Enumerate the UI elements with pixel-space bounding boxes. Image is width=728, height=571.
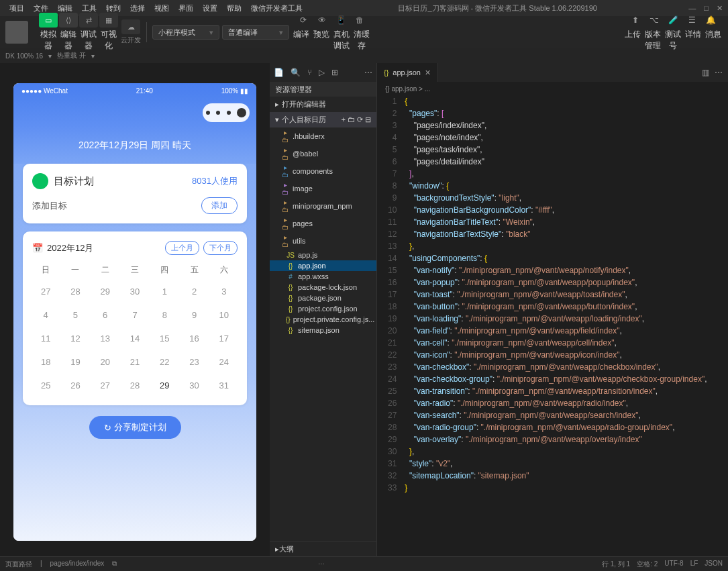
cloud-dev-button[interactable]: ☁ [121, 19, 140, 34]
maximize-icon[interactable]: □ [704, 4, 709, 13]
cursor-position[interactable]: 行 1, 列 1 [602, 560, 630, 569]
hotreload-label[interactable]: 热重载 开 [57, 51, 86, 60]
compile-button[interactable]: ⟳ [295, 13, 312, 28]
tree-item[interactable]: ▸ 🗀image [270, 180, 376, 197]
calendar-day[interactable]: 4 [32, 305, 59, 325]
calendar-day[interactable]: 28 [62, 281, 89, 302]
share-button[interactable]: ↻分享制定计划 [89, 416, 181, 439]
calendar-day[interactable]: 7 [121, 305, 148, 325]
copy-icon[interactable]: ⧉ [112, 560, 117, 569]
tree-item[interactable]: {}project.private.config.js... [270, 314, 376, 325]
calendar-day[interactable]: 16 [180, 328, 207, 349]
calendar-day[interactable]: 26 [62, 375, 89, 396]
calendar-day[interactable]: 27 [32, 281, 59, 302]
calendar-day[interactable]: 31 [211, 375, 238, 396]
outline-section[interactable]: ▸ 大纲 [270, 541, 376, 556]
indent-label[interactable]: 空格: 2 [637, 560, 658, 569]
calendar-day[interactable]: 11 [32, 328, 59, 349]
calendar-day[interactable]: 8 [151, 305, 178, 325]
code-editor[interactable]: 1234567891011121314151617181920212223242… [377, 95, 728, 556]
more-icon[interactable]: ⋯ [364, 68, 372, 77]
tree-item[interactable]: ▸ 🗀pages [270, 215, 376, 232]
details-button[interactable]: ☰ [683, 13, 700, 28]
open-editors-section[interactable]: ▸ 打开的编辑器 [270, 97, 376, 112]
search-tab-icon[interactable]: 🔍 [291, 68, 301, 77]
calendar-day[interactable]: 17 [211, 328, 238, 349]
remote-debug-button[interactable]: 📱 [332, 13, 350, 28]
calendar-day[interactable]: 9 [180, 305, 207, 325]
compile-dropdown[interactable]: 普通编译▾ [222, 25, 289, 40]
calendar-day[interactable]: 15 [151, 328, 178, 349]
calendar-day[interactable]: 13 [92, 328, 119, 349]
calendar-day[interactable]: 29 [151, 375, 178, 396]
git-tab-icon[interactable]: ⑂ [307, 68, 312, 77]
tree-item[interactable]: #app.wxss [270, 271, 376, 282]
calendar-day[interactable]: 3 [211, 281, 238, 302]
calendar-day[interactable]: 27 [92, 375, 119, 396]
calendar-day[interactable]: 29 [92, 281, 119, 302]
menu-设置[interactable]: 设置 [199, 2, 221, 15]
tree-item[interactable]: {}sitemap.json [270, 325, 376, 335]
more-icon[interactable]: ⋯ [715, 68, 723, 77]
close-icon[interactable]: ✕ [717, 4, 723, 13]
next-month-button[interactable]: 下个月 [203, 241, 238, 255]
editor-toggle[interactable]: ⟨⟩ [59, 13, 78, 28]
page-path-label[interactable]: 页面路径 [5, 560, 32, 569]
tree-item[interactable]: ▸ 🗀components [270, 162, 376, 180]
tree-item[interactable]: {}package.json [270, 293, 376, 303]
device-label[interactable]: DK 100% 16 [5, 52, 43, 60]
menu-项目[interactable]: 项目 [5, 2, 28, 15]
tree-item[interactable]: {}app.json [270, 260, 376, 271]
calendar-day[interactable]: 1 [151, 281, 178, 302]
calendar-day[interactable]: 24 [211, 352, 238, 372]
mode-dropdown[interactable]: 小程序模式▾ [152, 25, 219, 40]
calendar-day[interactable]: 18 [32, 352, 59, 372]
tree-item[interactable]: {}package-lock.json [270, 282, 376, 293]
calendar-day[interactable]: 12 [62, 328, 89, 349]
calendar-day[interactable]: 14 [121, 328, 148, 349]
test-button[interactable]: 🧪 [664, 13, 682, 28]
menu-帮助[interactable]: 帮助 [223, 2, 246, 15]
calendar-day[interactable]: 23 [180, 352, 207, 372]
simulator-toggle[interactable]: ▭ [39, 13, 58, 28]
page-path-value[interactable]: pages/index/index [50, 560, 105, 569]
calendar-day[interactable]: 19 [62, 352, 89, 372]
calendar-day[interactable]: 30 [180, 375, 207, 396]
tree-item[interactable]: ▸ 🗀utils [270, 232, 376, 250]
calendar-day[interactable]: 2 [180, 281, 207, 302]
preview-button[interactable]: 👁 [313, 13, 331, 28]
calendar-day[interactable]: 25 [32, 375, 59, 396]
capsule-button[interactable] [203, 103, 250, 122]
tree-item[interactable]: ▸ 🗀@babel [270, 145, 376, 162]
menu-选择[interactable]: 选择 [126, 2, 149, 15]
calendar-day[interactable]: 30 [121, 281, 148, 302]
messages-button[interactable]: 🔔 [702, 13, 719, 28]
tab-close-icon[interactable]: ✕ [425, 68, 431, 77]
menu-视图[interactable]: 视图 [150, 2, 173, 15]
calendar-day[interactable]: 6 [92, 305, 119, 325]
debug-tab-icon[interactable]: ▷ [319, 68, 325, 77]
project-section[interactable]: ▾ 个人目标日历 + 🗀 ⟳ ⊟ [270, 112, 376, 127]
ext-tab-icon[interactable]: ⊞ [331, 68, 338, 77]
prev-month-button[interactable]: 上个月 [165, 241, 199, 255]
calendar-day[interactable]: 22 [151, 352, 178, 372]
tree-item[interactable]: JSapp.js [270, 250, 376, 260]
breadcrumb[interactable]: {} app.json > ... [377, 82, 728, 95]
explorer-tab-icon[interactable]: 📄 [274, 68, 284, 77]
calendar-day[interactable]: 28 [121, 375, 148, 396]
editor-tab-active[interactable]: {}app.json✕ [377, 63, 438, 82]
tree-item[interactable]: ▸ 🗀miniprogram_npm [270, 197, 376, 215]
visual-toggle[interactable]: ▦ [99, 13, 118, 28]
tree-item[interactable]: ▸ 🗀.hbuilderx [270, 127, 376, 145]
calendar-day[interactable]: 5 [62, 305, 89, 325]
split-icon[interactable]: ▥ [702, 68, 709, 77]
menu-界面[interactable]: 界面 [174, 2, 197, 15]
calendar-day[interactable]: 10 [211, 305, 238, 325]
language-label[interactable]: JSON [705, 560, 723, 569]
upload-button[interactable]: ⬆ [627, 13, 644, 28]
tree-item[interactable]: {}project.config.json [270, 303, 376, 314]
clear-cache-button[interactable]: 🗑 [351, 13, 368, 28]
encoding-label[interactable]: UTF-8 [664, 560, 683, 569]
add-button[interactable]: 添加 [201, 197, 238, 214]
more-icon[interactable]: ⋯ [318, 560, 325, 568]
